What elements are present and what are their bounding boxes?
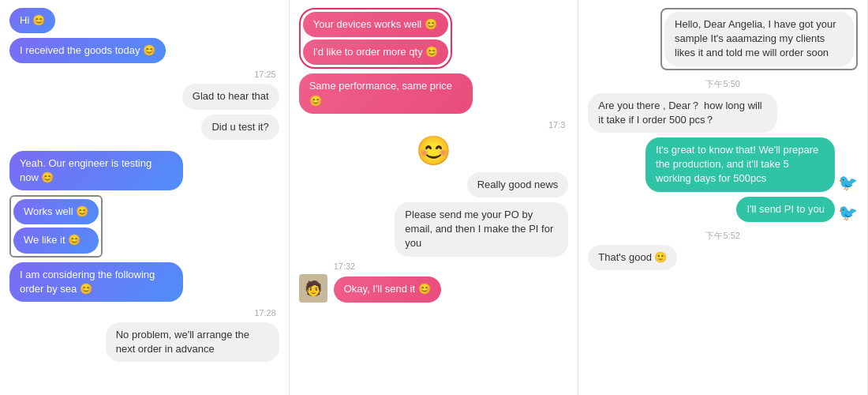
- bubble: Your devices works well 😊: [303, 12, 449, 37]
- chat-panel-3: Hello, Dear Angelia, I have got your sam…: [578, 0, 868, 395]
- twitter-icon: 🐦: [838, 203, 858, 222]
- chat-panel-2: Your devices works well 😊 I'd like to or…: [290, 0, 579, 395]
- bubble: Really good news: [467, 172, 569, 198]
- outlined-group: Your devices works well 😊 I'd like to or…: [299, 8, 453, 69]
- bubble: I am considering the following order by …: [9, 262, 183, 302]
- timestamp: 下午5:50: [588, 78, 858, 90]
- bubble: Okay, I'll send it 😊: [334, 276, 441, 302]
- msg-row: Really good news: [299, 172, 569, 198]
- msg-row: Did u test it?: [9, 115, 279, 140]
- msg-row: Glad to hear that: [9, 84, 279, 109]
- msg-row: No problem, we'll arrange the next order…: [9, 322, 279, 362]
- avatar: 🧑: [299, 274, 327, 303]
- timestamp: 17:25: [9, 70, 276, 79]
- bubble: We like it 😊: [13, 228, 99, 253]
- bubble: Are you there , Dear？ how long will it t…: [588, 93, 777, 133]
- bubble: Yeah. Our engineer is testing now 😊: [9, 151, 183, 190]
- bubble: Hello, Dear Angelia, I have got your sam…: [664, 12, 854, 66]
- outlined-group: Hello, Dear Angelia, I have got your sam…: [660, 8, 858, 70]
- msg-row: 😊: [299, 134, 569, 167]
- msg-row: Yeah. Our engineer is testing now 😊: [9, 151, 279, 190]
- timestamp: 下午5:52: [588, 230, 858, 242]
- chat-panel-1: Hi 😊 I received the goods today 😊 17:25 …: [0, 0, 290, 395]
- msg-row: I received the goods today 😊: [9, 38, 279, 63]
- bubble: That's good 🙂: [588, 245, 677, 270]
- msg-row: I am considering the following order by …: [9, 262, 279, 302]
- timestamp: 17:28: [9, 308, 276, 318]
- msg-row: Hi 😊: [9, 8, 279, 33]
- timestamp: 17:32: [299, 261, 569, 271]
- bubble: No problem, we'll arrange the next order…: [106, 322, 279, 362]
- emoji: 😊: [416, 134, 451, 167]
- msg-row: I'll send PI to you 🐦: [588, 197, 858, 222]
- msg-row: Please send me your PO by email, and the…: [299, 202, 569, 257]
- bubble: It's great to know that! We'll prepare t…: [645, 137, 835, 192]
- bubble: I'll send PI to you: [736, 197, 835, 222]
- timestamp: 17:3: [299, 120, 566, 130]
- bubble: Hi 😊: [9, 8, 55, 33]
- bubble: I received the goods today 😊: [9, 38, 166, 63]
- bubble: Glad to hear that: [182, 84, 279, 109]
- msg-row: Works well 😊 We like it 😊: [9, 195, 279, 257]
- twitter-icon: 🐦: [838, 173, 858, 192]
- msg-row: Hello, Dear Angelia, I have got your sam…: [588, 8, 858, 70]
- msg-row: Same performance, same price 😊: [299, 73, 569, 113]
- bubble: Please send me your PO by email, and the…: [395, 202, 568, 257]
- msg-row: That's good 🙂: [588, 245, 858, 270]
- bubble: Did u test it?: [201, 115, 279, 140]
- outlined-group: Works well 😊 We like it 😊: [9, 195, 103, 257]
- bubble: I'd like to order more qty 😊: [303, 40, 449, 65]
- msg-row: 🧑 Okay, I'll send it 😊: [299, 274, 569, 303]
- msg-row: Your devices works well 😊 I'd like to or…: [299, 8, 569, 69]
- bubble: Works well 😊: [13, 199, 99, 224]
- msg-row: Are you there , Dear？ how long will it t…: [588, 93, 858, 133]
- bubble: Same performance, same price 😊: [299, 73, 473, 113]
- msg-row: It's great to know that! We'll prepare t…: [588, 137, 858, 192]
